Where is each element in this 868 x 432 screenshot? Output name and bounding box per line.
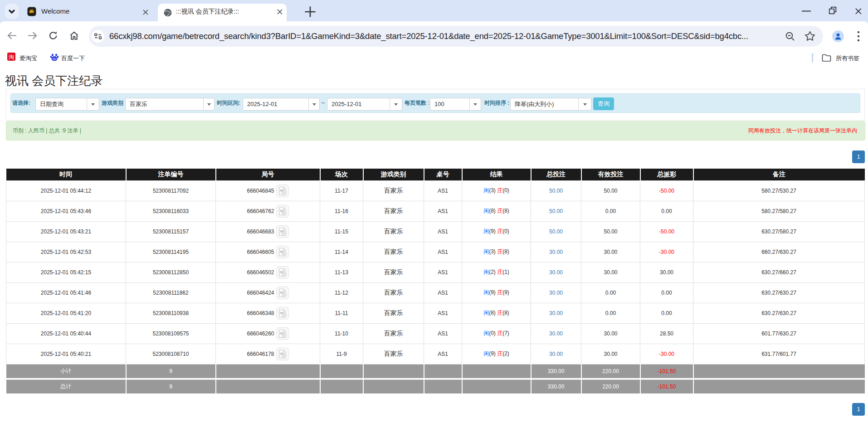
svg-text:淘: 淘 [9,54,14,60]
svg-text:du: du [53,57,56,61]
